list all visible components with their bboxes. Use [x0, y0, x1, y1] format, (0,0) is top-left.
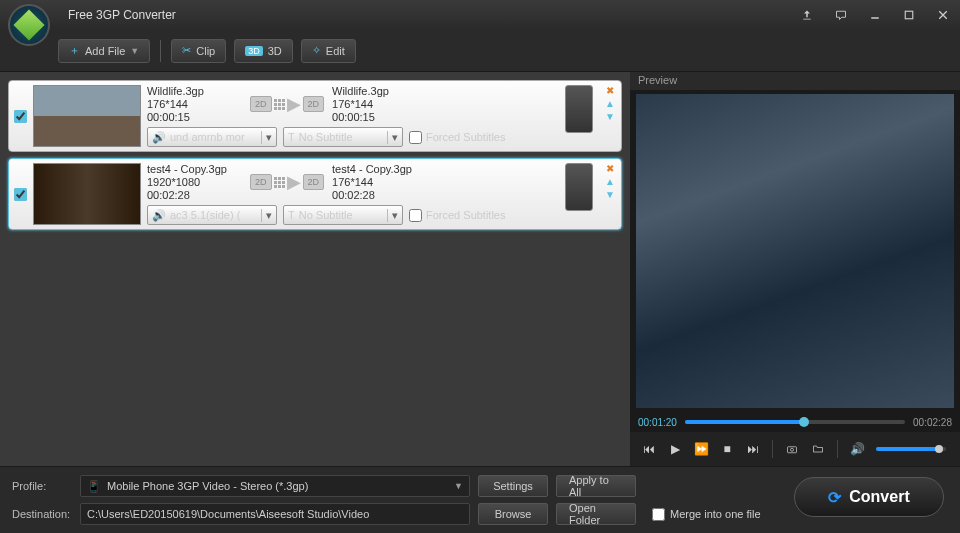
- subtitle-dropdown[interactable]: T No Subtitle ▾: [283, 127, 403, 147]
- source-name: Wildlife.3gp: [147, 85, 242, 97]
- convert-button[interactable]: ⟳ Convert: [794, 477, 944, 517]
- destination-input[interactable]: C:\Users\ED20150619\Documents\Aiseesoft …: [80, 503, 470, 525]
- list-item[interactable]: test4 - Copy.3gp 1920*1080 00:02:28 2D ▶…: [8, 158, 622, 230]
- arrow-icon: ▶: [287, 93, 301, 115]
- dest-dur: 00:00:15: [332, 111, 427, 123]
- arrow-icon: ▶: [287, 171, 301, 193]
- toolbar: ＋ Add File ▼ ✂ Clip 3D 3D ✧ Edit: [0, 30, 960, 72]
- chevron-down-icon: ▼: [130, 46, 139, 56]
- 2d-badge: 2D: [303, 96, 325, 112]
- forced-label: Forced Subtitles: [426, 131, 505, 143]
- open-folder-button[interactable]: Open Folder: [556, 503, 636, 525]
- folder-button[interactable]: [807, 438, 829, 460]
- audio-dropdown[interactable]: 🔊 ac3 5.1(side) ( ▾: [147, 205, 277, 225]
- titlebar: Free 3GP Converter: [0, 0, 960, 30]
- audio-dropdown[interactable]: 🔊 und amrnb mor ▾: [147, 127, 277, 147]
- merge-label: Merge into one file: [670, 508, 761, 520]
- chevron-down-icon: ▾: [261, 209, 272, 222]
- dest-name: Wildlife.3gp: [332, 85, 427, 97]
- volume-icon[interactable]: 🔊: [846, 438, 868, 460]
- speaker-icon: 🔊: [152, 209, 166, 222]
- next-button[interactable]: ⏭: [742, 438, 764, 460]
- subtitle-dropdown[interactable]: T No Subtitle ▾: [283, 205, 403, 225]
- prev-button[interactable]: ⏮: [638, 438, 660, 460]
- 3d-label: 3D: [268, 45, 282, 57]
- preview-area[interactable]: [636, 94, 954, 408]
- subtitle-icon: T: [288, 209, 295, 221]
- time-bar: 00:01:20 00:02:28: [630, 412, 960, 432]
- volume-slider[interactable]: [876, 447, 946, 451]
- play-button[interactable]: ▶: [664, 438, 686, 460]
- player-controls: ⏮ ▶ ⏩ ■ ⏭ 🔊: [630, 432, 960, 466]
- app-title: Free 3GP Converter: [68, 8, 782, 22]
- preview-label: Preview: [630, 72, 960, 90]
- merge-checkbox[interactable]: Merge into one file: [652, 508, 761, 521]
- upload-icon[interactable]: [798, 6, 816, 24]
- item-checkbox[interactable]: [13, 163, 27, 225]
- remove-item-icon[interactable]: ✖: [606, 85, 614, 96]
- device-icon[interactable]: [565, 163, 593, 211]
- svg-rect-2: [788, 447, 797, 453]
- dest-info: test4 - Copy.3gp 176*144 00:02:28: [332, 163, 427, 201]
- list-item[interactable]: Wildlife.3gp 176*144 00:00:15 2D ▶ 2D Wi…: [8, 80, 622, 152]
- source-info: Wildlife.3gp 176*144 00:00:15: [147, 85, 242, 123]
- file-list: Wildlife.3gp 176*144 00:00:15 2D ▶ 2D Wi…: [0, 72, 630, 466]
- fastfwd-button[interactable]: ⏩: [690, 438, 712, 460]
- edit-button[interactable]: ✧ Edit: [301, 39, 356, 63]
- seek-slider[interactable]: [685, 420, 905, 424]
- app-window: Free 3GP Converter ＋ Add File ▼ ✂ Clip 3…: [0, 0, 960, 533]
- forced-subtitles-checkbox[interactable]: Forced Subtitles: [409, 131, 505, 144]
- subtitle-value: No Subtitle: [299, 131, 353, 143]
- source-dur: 00:00:15: [147, 111, 242, 123]
- feedback-icon[interactable]: [832, 6, 850, 24]
- dest-name: test4 - Copy.3gp: [332, 163, 427, 175]
- dest-info: Wildlife.3gp 176*144 00:00:15: [332, 85, 427, 123]
- body: Wildlife.3gp 176*144 00:00:15 2D ▶ 2D Wi…: [0, 72, 960, 466]
- chevron-down-icon: ▾: [387, 131, 398, 144]
- scissors-icon: ✂: [182, 44, 191, 57]
- browse-button[interactable]: Browse: [478, 503, 548, 525]
- 2d-badge: 2D: [303, 174, 325, 190]
- item-checkbox[interactable]: [13, 85, 27, 147]
- settings-button[interactable]: Settings: [478, 475, 548, 497]
- dest-res: 176*144: [332, 176, 427, 188]
- add-file-label: Add File: [85, 45, 125, 57]
- minimize-icon[interactable]: [866, 6, 884, 24]
- add-file-button[interactable]: ＋ Add File ▼: [58, 39, 150, 63]
- 2d-badge: 2D: [250, 96, 272, 112]
- convert-label: Convert: [849, 488, 909, 506]
- bottom-panel: Profile: 📱 Mobile Phone 3GP Video - Ster…: [0, 466, 960, 533]
- device-icon[interactable]: [565, 85, 593, 133]
- forced-label: Forced Subtitles: [426, 209, 505, 221]
- move-up-icon[interactable]: ▲: [605, 98, 615, 109]
- clip-label: Clip: [196, 45, 215, 57]
- move-up-icon[interactable]: ▲: [605, 176, 615, 187]
- forced-subtitles-checkbox[interactable]: Forced Subtitles: [409, 209, 505, 222]
- edit-icon: ✧: [312, 44, 321, 57]
- maximize-icon[interactable]: [900, 6, 918, 24]
- 2d-badge: 2D: [250, 174, 272, 190]
- svg-point-3: [791, 448, 794, 451]
- move-down-icon[interactable]: ▼: [605, 189, 615, 200]
- stop-button[interactable]: ■: [716, 438, 738, 460]
- speaker-icon: 🔊: [152, 131, 166, 144]
- profile-label: Profile:: [12, 480, 72, 492]
- source-name: test4 - Copy.3gp: [147, 163, 242, 175]
- snapshot-button[interactable]: [781, 438, 803, 460]
- preview-panel: Preview 00:01:20 00:02:28 ⏮ ▶ ⏩ ■ ⏭: [630, 72, 960, 466]
- clip-button[interactable]: ✂ Clip: [171, 39, 226, 63]
- destination-value: C:\Users\ED20150619\Documents\Aiseesoft …: [87, 508, 369, 520]
- chevron-down-icon: ▾: [387, 209, 398, 222]
- remove-item-icon[interactable]: ✖: [606, 163, 614, 174]
- 3d-button[interactable]: 3D 3D: [234, 39, 293, 63]
- close-icon[interactable]: [934, 6, 952, 24]
- move-down-icon[interactable]: ▼: [605, 111, 615, 122]
- subtitle-icon: T: [288, 131, 295, 143]
- conversion-arrow: 2D ▶ 2D: [250, 93, 324, 115]
- dest-dur: 00:02:28: [332, 189, 427, 201]
- apply-all-button[interactable]: Apply to All: [556, 475, 636, 497]
- add-icon: ＋: [69, 43, 80, 58]
- thumbnail: [33, 85, 141, 147]
- audio-value: und amrnb mor: [170, 131, 245, 143]
- profile-dropdown[interactable]: 📱 Mobile Phone 3GP Video - Stereo (*.3gp…: [80, 475, 470, 497]
